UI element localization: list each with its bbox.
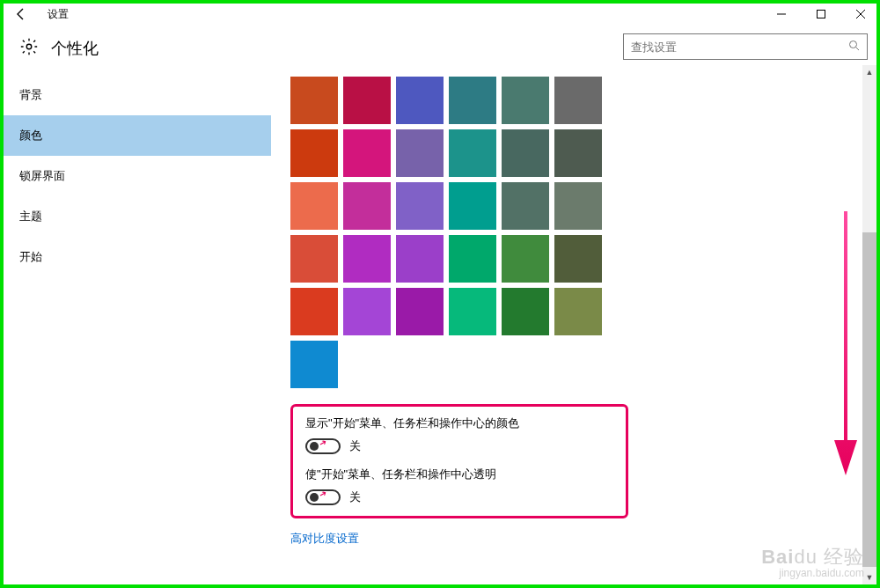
sidebar-item-label: 锁屏界面: [19, 169, 65, 182]
close-button[interactable]: [840, 1, 880, 27]
color-swatch[interactable]: [343, 235, 391, 283]
color-swatch[interactable]: [343, 77, 391, 124]
color-swatch[interactable]: [290, 77, 338, 124]
color-swatch[interactable]: [396, 129, 444, 177]
color-swatch[interactable]: [449, 77, 496, 124]
annotation-arrow-icon: [834, 211, 857, 478]
toggle-label-show-color: 显示"开始"菜单、任务栏和操作中心的颜色: [305, 415, 613, 431]
sidebar-item-start[interactable]: 开始: [0, 237, 271, 277]
sidebar: 背景 颜色 锁屏界面 主题 开始: [0, 73, 271, 580]
color-swatch[interactable]: [396, 77, 444, 124]
scrollbar-down-icon[interactable]: ▼: [862, 570, 876, 584]
color-swatch[interactable]: [343, 182, 391, 230]
color-swatch[interactable]: [290, 341, 338, 388]
search-box[interactable]: [623, 33, 868, 60]
search-input[interactable]: [631, 40, 848, 54]
color-swatch[interactable]: [290, 129, 338, 177]
sidebar-item-background[interactable]: 背景: [0, 75, 271, 115]
color-swatch[interactable]: [396, 182, 444, 230]
page-header: 个性化: [0, 28, 880, 73]
window-title: 设置: [48, 7, 69, 22]
toggle-show-color[interactable]: ➔: [305, 438, 341, 454]
svg-line-4: [856, 48, 860, 51]
annotation-arrow-icon: ➔: [318, 437, 328, 449]
color-swatch[interactable]: [502, 182, 549, 230]
scrollbar[interactable]: ▲ ▼: [862, 65, 876, 584]
gear-icon: [19, 37, 39, 59]
color-swatch[interactable]: [396, 288, 444, 335]
toggle-state: 关: [349, 489, 361, 505]
sidebar-item-label: 颜色: [19, 129, 42, 142]
search-icon: [848, 40, 860, 54]
svg-rect-1: [817, 11, 825, 18]
sidebar-item-label: 背景: [19, 88, 42, 101]
minimize-button[interactable]: [761, 1, 801, 27]
color-swatch[interactable]: [449, 288, 496, 335]
color-swatch[interactable]: [396, 235, 444, 283]
back-button[interactable]: [7, 0, 35, 28]
color-swatch[interactable]: [554, 77, 602, 124]
annotation-arrow-icon: ➔: [318, 488, 328, 500]
color-swatch[interactable]: [343, 129, 391, 177]
sidebar-item-themes[interactable]: 主题: [0, 196, 271, 237]
toggle-transparent[interactable]: ➔: [305, 489, 341, 505]
maximize-button[interactable]: [801, 1, 840, 27]
color-swatch[interactable]: [554, 288, 602, 335]
page-title: 个性化: [51, 38, 99, 59]
color-swatch[interactable]: [290, 182, 338, 230]
color-swatch[interactable]: [449, 235, 496, 283]
color-swatch[interactable]: [449, 129, 496, 177]
color-swatch[interactable]: [290, 288, 338, 335]
color-swatch[interactable]: [502, 235, 549, 283]
annotation-highlight: 显示"开始"菜单、任务栏和操作中心的颜色 ➔ 关 使"开始"菜单、任务栏和操作中…: [290, 404, 628, 518]
sidebar-item-colors[interactable]: 颜色: [0, 115, 271, 156]
content-pane: 显示"开始"菜单、任务栏和操作中心的颜色 ➔ 关 使"开始"菜单、任务栏和操作中…: [271, 73, 880, 580]
high-contrast-link[interactable]: 高对比度设置: [290, 531, 359, 547]
color-swatch[interactable]: [502, 288, 549, 335]
color-swatch[interactable]: [554, 182, 602, 230]
svg-point-3: [850, 41, 857, 48]
sidebar-item-label: 主题: [19, 209, 42, 223]
color-palette: [290, 77, 861, 335]
color-swatch[interactable]: [343, 288, 391, 335]
toggle-label-transparent: 使"开始"菜单、任务栏和操作中心透明: [305, 467, 613, 482]
color-swatch[interactable]: [554, 235, 602, 283]
color-swatch[interactable]: [290, 235, 338, 283]
color-swatch[interactable]: [554, 129, 602, 177]
color-swatch[interactable]: [502, 129, 549, 177]
window-titlebar: 设置: [0, 0, 880, 28]
sidebar-item-lockscreen[interactable]: 锁屏界面: [0, 156, 271, 196]
scrollbar-thumb[interactable]: [862, 232, 876, 567]
toggle-state: 关: [349, 438, 361, 454]
svg-point-2: [26, 44, 32, 49]
sidebar-item-label: 开始: [19, 250, 42, 263]
color-swatch[interactable]: [449, 182, 496, 230]
scrollbar-up-icon[interactable]: ▲: [862, 65, 876, 79]
color-swatch[interactable]: [502, 77, 549, 124]
